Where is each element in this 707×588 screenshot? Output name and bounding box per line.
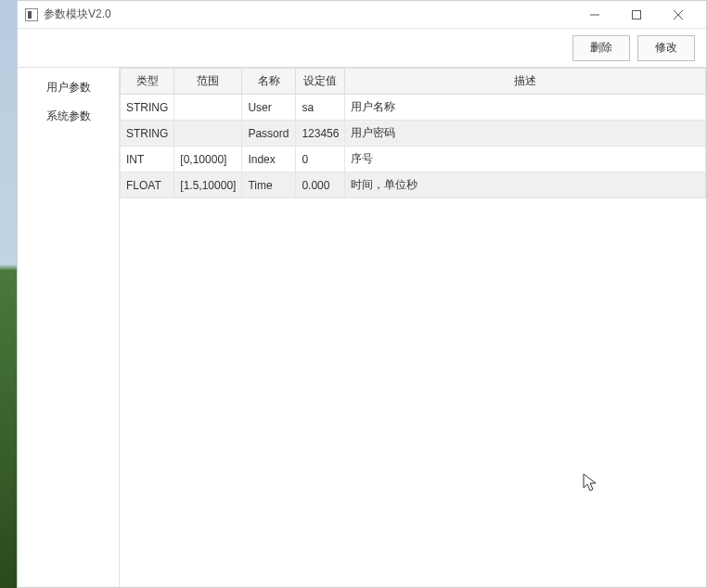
cell-range: [1.5,10000]: [174, 173, 242, 198]
window-title: 参数模块V2.0: [44, 6, 111, 22]
cell-type: STRING: [121, 95, 174, 121]
app-icon: [25, 8, 38, 21]
minimize-button[interactable]: [573, 1, 615, 28]
header-range[interactable]: 范围: [174, 69, 242, 95]
header-desc[interactable]: 描述: [345, 69, 706, 95]
main-panel: 类型 范围 名称 设定值 描述 STRING User sa 用户名称: [120, 68, 706, 587]
table-row[interactable]: INT [0,10000] Index 0 序号: [121, 147, 706, 173]
app-window: 参数模块V2.0 删除 修改 用户参数 系统参数: [17, 0, 707, 588]
svg-rect-1: [632, 10, 640, 19]
cell-type: STRING: [121, 121, 174, 147]
cell-desc: 时间，单位秒: [345, 173, 706, 198]
cell-value: sa: [296, 95, 345, 121]
maximize-icon: [632, 10, 641, 19]
header-name[interactable]: 名称: [242, 69, 296, 95]
sidebar: 用户参数 系统参数: [18, 68, 120, 587]
edit-button[interactable]: 修改: [637, 35, 695, 61]
sidebar-item-label: 系统参数: [46, 109, 91, 122]
minimize-icon: [590, 10, 599, 19]
cell-value: 0.000: [296, 173, 345, 198]
cell-name: User: [242, 95, 296, 121]
delete-button[interactable]: 删除: [572, 35, 630, 61]
cell-value: 123456: [296, 121, 345, 147]
titlebar: 参数模块V2.0: [18, 1, 706, 29]
table-row[interactable]: FLOAT [1.5,10000] Time 0.000 时间，单位秒: [121, 173, 706, 198]
close-icon: [674, 10, 683, 19]
cell-name: Time: [242, 173, 296, 198]
table-row[interactable]: STRING User sa 用户名称: [121, 95, 706, 121]
cell-range: [174, 121, 242, 147]
sidebar-item-label: 用户参数: [46, 81, 91, 94]
sidebar-item-user-params[interactable]: 用户参数: [18, 73, 119, 102]
table-header-row: 类型 范围 名称 设定值 描述: [121, 69, 706, 95]
table-row[interactable]: STRING Passord 123456 用户密码: [121, 121, 706, 147]
cell-name: Index: [242, 147, 296, 173]
content-area: 用户参数 系统参数 类型 范围 名称 设定值 描述: [18, 68, 706, 587]
params-table: 类型 范围 名称 设定值 描述 STRING User sa 用户名称: [120, 68, 706, 198]
window-controls: [573, 1, 699, 28]
cell-value: 0: [296, 147, 345, 173]
cell-type: INT: [121, 147, 174, 173]
cell-range: [174, 95, 242, 121]
header-type[interactable]: 类型: [121, 69, 174, 95]
maximize-button[interactable]: [615, 1, 657, 28]
close-button[interactable]: [657, 1, 699, 28]
cell-desc: 序号: [345, 147, 706, 173]
sidebar-item-system-params[interactable]: 系统参数: [18, 102, 119, 131]
header-value[interactable]: 设定值: [296, 69, 345, 95]
cell-type: FLOAT: [121, 173, 174, 198]
cell-range: [0,10000]: [174, 147, 242, 173]
cell-name: Passord: [242, 121, 296, 147]
cell-desc: 用户密码: [345, 121, 706, 147]
toolbar: 删除 修改: [18, 29, 706, 68]
cell-desc: 用户名称: [345, 95, 706, 121]
